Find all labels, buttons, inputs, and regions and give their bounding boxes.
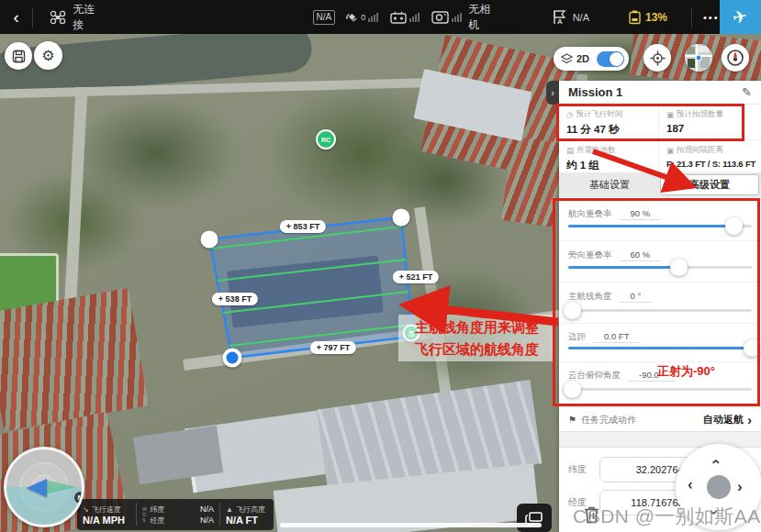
battery-icon[interactable] xyxy=(628,10,642,25)
tab-basic-settings[interactable]: 基础设置 xyxy=(561,174,658,195)
side-overlap-value[interactable]: 60 % xyxy=(620,249,662,261)
annotation-gimbal-note: 正射为-90° xyxy=(657,363,715,380)
airplane-icon: ✈ xyxy=(731,6,749,29)
tab-advanced-settings[interactable]: 高级设置 xyxy=(660,174,759,195)
slider-thumb[interactable] xyxy=(564,381,581,398)
app-root: + 853 FT + 521 FT + 538 FT + 797 FT S RC… xyxy=(0,0,761,532)
map-roofs-bottomleft xyxy=(0,288,149,431)
compass-reset-button[interactable] xyxy=(722,44,749,72)
save-icon xyxy=(12,50,26,63)
gear-icon: ⚙ xyxy=(41,47,54,64)
remote-controller-icon[interactable] xyxy=(390,11,407,24)
rc-mode-value: N/A xyxy=(573,12,589,23)
settings-tabs: 基础设置 高级设置 xyxy=(559,172,761,197)
attitude-compass-indicator: N xyxy=(4,447,84,527)
camera-status: 无相机 xyxy=(468,2,498,33)
slider-thumb[interactable] xyxy=(564,302,581,319)
chevron-right-icon: › xyxy=(747,412,752,427)
back-button[interactable]: ‹ xyxy=(0,7,32,28)
svg-text:A: A xyxy=(557,17,563,25)
altitude-icon: ▲ xyxy=(226,505,233,514)
stat-battery-count: ▤所需电池数 约 1 组 xyxy=(559,140,659,176)
rc-location-marker: RC xyxy=(316,129,336,150)
view-mode-label: 2D xyxy=(576,53,589,64)
edge-length-label: + 521 FT xyxy=(393,271,439,283)
mission-settings-button[interactable]: ⚙ xyxy=(34,41,62,70)
dpad-right-button[interactable]: › xyxy=(737,479,743,494)
speed-value: N/A MPH xyxy=(83,515,130,526)
stat-shot-interval: ▣拍照间隔距离 F: 21.3 FT / S: 113.6 FT xyxy=(659,140,761,176)
route-angle-slider[interactable] xyxy=(568,309,752,312)
minimap-thumbnail xyxy=(685,44,712,72)
course-overlap-value[interactable]: 90 % xyxy=(620,208,662,220)
minimap-button[interactable] xyxy=(685,44,712,72)
panel-collapse-handle[interactable]: › xyxy=(546,81,559,105)
heading-wedge xyxy=(45,480,76,494)
telemetry-lng: N/A xyxy=(189,515,214,525)
camera-link-icon[interactable] xyxy=(431,10,449,24)
course-overlap-slider[interactable] xyxy=(568,225,752,227)
margin-slider[interactable] xyxy=(568,347,752,349)
gimbal-pitch-slider[interactable] xyxy=(568,388,752,391)
slider-route-angle: 主航线角度0 ° xyxy=(568,290,752,327)
stat-flight-time: ◷预计飞行时间 11 分 47 秒 xyxy=(559,105,659,140)
rc-mode-flag-icon[interactable]: A xyxy=(553,10,568,25)
dpad-up-button[interactable]: › xyxy=(707,460,722,465)
layers-icon xyxy=(561,53,573,64)
stat-photo-count: ▣预计拍照数量 187 xyxy=(659,105,761,140)
annotation-route-angle-note: 主航线角度用来调整 飞行区域的航线角度 xyxy=(398,315,555,361)
polygon-vertex-handle[interactable] xyxy=(393,209,410,227)
edit-pencil-icon[interactable]: ✎ xyxy=(742,85,752,99)
gps-signal-bars-icon xyxy=(368,13,378,22)
side-overlap-slider[interactable] xyxy=(568,266,752,269)
save-mission-button[interactable] xyxy=(5,42,32,70)
altitude-value: N/A FT xyxy=(226,515,266,526)
slider-thumb[interactable] xyxy=(744,339,761,357)
edge-length-label: + 538 FT xyxy=(212,293,258,305)
map-layers-button[interactable] xyxy=(517,504,552,532)
map-roofs-right xyxy=(501,137,564,227)
interval-icon: ▣ xyxy=(666,146,674,155)
locate-me-button[interactable] xyxy=(643,44,671,72)
slider-side-overlap: 旁向重叠率60 % xyxy=(568,249,752,285)
slider-thumb[interactable] xyxy=(670,259,688,276)
panel-header: Mission 1 ✎ xyxy=(559,81,761,105)
polygon-vertex-handle-selected[interactable] xyxy=(223,349,242,368)
home-indicator[interactable] xyxy=(280,523,542,527)
flight-mode-badge[interactable]: N/A xyxy=(313,10,336,25)
polygon-vertex-handle[interactable] xyxy=(201,231,218,249)
chevron-right-icon: › xyxy=(551,87,554,98)
rc-signal-bars-icon xyxy=(409,13,420,22)
map-building-dark xyxy=(227,256,384,328)
gps-count: 0 xyxy=(361,13,365,22)
map-view-toggle[interactable]: 2D xyxy=(554,47,629,71)
slider-thumb[interactable] xyxy=(725,217,743,235)
aircraft-arrow-icon xyxy=(27,479,47,497)
slider-course-overlap: 航向重叠率90 % xyxy=(568,207,752,244)
battery-pack-icon: ▤ xyxy=(566,146,574,155)
dpad-center-button[interactable] xyxy=(707,475,731,499)
connection-status: 无连接 xyxy=(73,2,103,33)
mission-title: Mission 1 xyxy=(568,85,622,99)
finish-action-row[interactable]: ⚑ 任务完成动作 自动返航 › xyxy=(559,407,761,431)
photo-icon: ▣ xyxy=(666,110,674,119)
mission-stats: ◷预计飞行时间 11 分 47 秒 ▣预计拍照数量 187 ▤所需电池数 约 1… xyxy=(559,105,761,176)
top-status-bar: ‹ 无连接 N/A 0 无相机 A N/A 13% ••• ✈ xyxy=(0,0,761,34)
speed-icon: ↘ xyxy=(83,505,89,514)
gps-satellite-icon[interactable] xyxy=(343,10,359,24)
crosshair-icon xyxy=(650,50,666,66)
route-angle-value[interactable]: 0 ° xyxy=(620,291,653,303)
watermark: CSDN @一别如斯AA xyxy=(573,504,761,529)
edge-length-label: + 853 FT xyxy=(280,220,326,233)
2d-3d-toggle[interactable] xyxy=(597,51,624,67)
compass-needle-icon xyxy=(726,49,744,67)
clock-icon: ◷ xyxy=(566,110,573,119)
drone-icon xyxy=(50,10,66,25)
more-menu-button[interactable]: ••• xyxy=(703,12,720,23)
edge-length-label: + 797 FT xyxy=(310,341,356,354)
dpad-left-button[interactable]: › xyxy=(688,479,693,494)
camera-signal-bars-icon xyxy=(452,13,462,22)
margin-value[interactable]: 0.0 FT xyxy=(593,331,640,343)
mission-settings-panel: Mission 1 ✎ ◷预计飞行时间 11 分 47 秒 ▣预计拍照数量 18… xyxy=(559,81,761,532)
takeoff-button[interactable]: ✈ xyxy=(720,0,761,34)
